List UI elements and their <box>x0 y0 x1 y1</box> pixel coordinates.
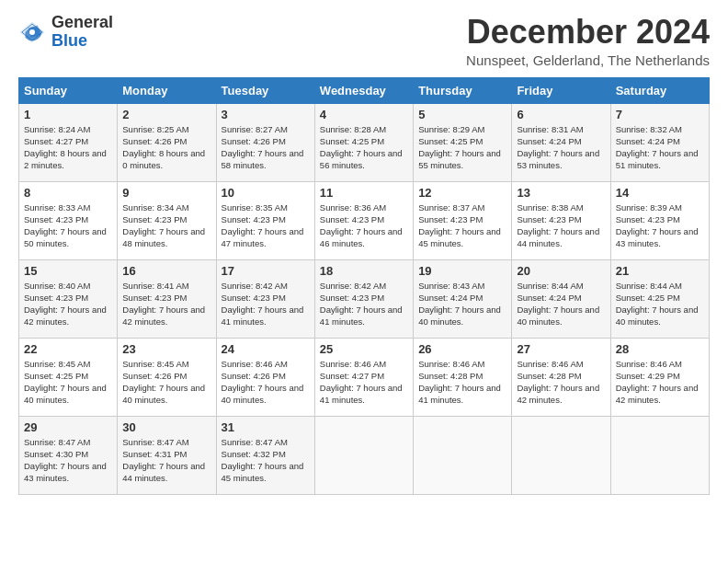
day-detail: Sunrise: 8:29 AMSunset: 4:25 PMDaylight:… <box>418 123 506 172</box>
day-detail: Sunrise: 8:45 AMSunset: 4:26 PMDaylight:… <box>122 358 210 407</box>
calendar-cell: 15 Sunrise: 8:40 AMSunset: 4:23 PMDaylig… <box>19 259 118 338</box>
day-detail: Sunrise: 8:46 AMSunset: 4:29 PMDaylight:… <box>616 358 704 407</box>
calendar-cell: 11 Sunrise: 8:36 AMSunset: 4:23 PMDaylig… <box>314 181 413 259</box>
calendar-cell: 30 Sunrise: 8:47 AMSunset: 4:31 PMDaylig… <box>118 416 216 494</box>
day-number: 31 <box>222 420 310 434</box>
calendar-cell: 10 Sunrise: 8:35 AMSunset: 4:23 PMDaylig… <box>216 181 314 259</box>
calendar-cell: 7 Sunrise: 8:32 AMSunset: 4:24 PMDayligh… <box>610 103 709 181</box>
col-sunday: Sunday <box>19 77 118 103</box>
calendar-cell: 26 Sunrise: 8:46 AMSunset: 4:28 PMDaylig… <box>414 338 512 416</box>
day-detail: Sunrise: 8:32 AMSunset: 4:24 PMDaylight:… <box>616 123 704 172</box>
calendar-week-5: 29 Sunrise: 8:47 AMSunset: 4:30 PMDaylig… <box>19 416 710 494</box>
day-detail: Sunrise: 8:36 AMSunset: 4:23 PMDaylight:… <box>320 201 408 250</box>
logo-blue: Blue <box>51 31 87 50</box>
day-number: 29 <box>24 420 112 434</box>
calendar-cell <box>414 416 512 494</box>
day-number: 25 <box>320 342 408 356</box>
day-number: 7 <box>616 108 704 121</box>
day-number: 30 <box>122 420 210 434</box>
calendar-cell: 28 Sunrise: 8:46 AMSunset: 4:29 PMDaylig… <box>610 338 709 416</box>
day-number: 9 <box>122 186 210 200</box>
day-detail: Sunrise: 8:43 AMSunset: 4:24 PMDaylight:… <box>418 280 506 328</box>
day-detail: Sunrise: 8:33 AMSunset: 4:23 PMDaylight:… <box>24 201 112 250</box>
day-number: 14 <box>616 186 704 200</box>
day-detail: Sunrise: 8:46 AMSunset: 4:27 PMDaylight:… <box>320 358 408 407</box>
col-thursday: Thursday <box>414 77 512 103</box>
day-detail: Sunrise: 8:45 AMSunset: 4:25 PMDaylight:… <box>24 358 112 407</box>
day-number: 6 <box>517 108 605 121</box>
calendar-week-4: 22 Sunrise: 8:45 AMSunset: 4:25 PMDaylig… <box>19 338 710 416</box>
calendar-cell: 19 Sunrise: 8:43 AMSunset: 4:24 PMDaylig… <box>414 259 512 338</box>
calendar-cell: 4 Sunrise: 8:28 AMSunset: 4:25 PMDayligh… <box>314 103 413 181</box>
day-number: 11 <box>320 186 408 200</box>
day-number: 17 <box>222 264 310 278</box>
calendar-cell: 22 Sunrise: 8:45 AMSunset: 4:25 PMDaylig… <box>19 338 118 416</box>
day-detail: Sunrise: 8:40 AMSunset: 4:23 PMDaylight:… <box>24 280 112 328</box>
svg-point-3 <box>29 29 35 35</box>
calendar-cell: 1 Sunrise: 8:24 AMSunset: 4:27 PMDayligh… <box>19 103 118 181</box>
calendar-cell: 17 Sunrise: 8:42 AMSunset: 4:23 PMDaylig… <box>216 259 314 338</box>
day-detail: Sunrise: 8:46 AMSunset: 4:28 PMDaylight:… <box>517 358 605 407</box>
day-detail: Sunrise: 8:27 AMSunset: 4:26 PMDaylight:… <box>222 123 310 172</box>
day-detail: Sunrise: 8:47 AMSunset: 4:32 PMDaylight:… <box>222 436 310 485</box>
logo-icon <box>18 18 46 46</box>
day-detail: Sunrise: 8:35 AMSunset: 4:23 PMDaylight:… <box>222 201 310 250</box>
calendar-cell: 24 Sunrise: 8:46 AMSunset: 4:26 PMDaylig… <box>216 338 314 416</box>
location-subtitle: Nunspeet, Gelderland, The Netherlands <box>466 52 710 68</box>
day-detail: Sunrise: 8:39 AMSunset: 4:23 PMDaylight:… <box>616 201 704 250</box>
day-detail: Sunrise: 8:47 AMSunset: 4:30 PMDaylight:… <box>24 436 112 485</box>
day-detail: Sunrise: 8:42 AMSunset: 4:23 PMDaylight:… <box>222 280 310 328</box>
day-number: 21 <box>616 264 704 278</box>
day-detail: Sunrise: 8:47 AMSunset: 4:31 PMDaylight:… <box>122 436 210 485</box>
day-number: 19 <box>418 264 506 278</box>
day-number: 27 <box>517 342 605 356</box>
day-number: 15 <box>24 264 112 278</box>
calendar-cell: 21 Sunrise: 8:44 AMSunset: 4:25 PMDaylig… <box>610 259 709 338</box>
day-detail: Sunrise: 8:31 AMSunset: 4:24 PMDaylight:… <box>517 123 605 172</box>
calendar-cell: 16 Sunrise: 8:41 AMSunset: 4:23 PMDaylig… <box>118 259 216 338</box>
calendar-week-3: 15 Sunrise: 8:40 AMSunset: 4:23 PMDaylig… <box>19 259 710 338</box>
logo: General Blue <box>18 14 113 51</box>
day-detail: Sunrise: 8:41 AMSunset: 4:23 PMDaylight:… <box>122 280 210 328</box>
calendar-cell <box>610 416 709 494</box>
day-number: 3 <box>222 108 310 121</box>
day-number: 4 <box>320 108 408 121</box>
calendar-cell: 20 Sunrise: 8:44 AMSunset: 4:24 PMDaylig… <box>512 259 610 338</box>
calendar-cell: 25 Sunrise: 8:46 AMSunset: 4:27 PMDaylig… <box>314 338 413 416</box>
day-number: 2 <box>122 108 210 121</box>
calendar-cell: 31 Sunrise: 8:47 AMSunset: 4:32 PMDaylig… <box>216 416 314 494</box>
day-number: 18 <box>320 264 408 278</box>
col-wednesday: Wednesday <box>314 77 413 103</box>
day-detail: Sunrise: 8:44 AMSunset: 4:25 PMDaylight:… <box>616 280 704 328</box>
day-number: 26 <box>418 342 506 356</box>
calendar-cell: 23 Sunrise: 8:45 AMSunset: 4:26 PMDaylig… <box>118 338 216 416</box>
day-detail: Sunrise: 8:28 AMSunset: 4:25 PMDaylight:… <box>320 123 408 172</box>
title-block: December 2024 Nunspeet, Gelderland, The … <box>466 14 710 68</box>
logo-general: General <box>51 13 113 31</box>
day-detail: Sunrise: 8:24 AMSunset: 4:27 PMDaylight:… <box>24 123 112 172</box>
calendar-table: Sunday Monday Tuesday Wednesday Thursday… <box>18 77 710 495</box>
calendar-cell: 3 Sunrise: 8:27 AMSunset: 4:26 PMDayligh… <box>216 103 314 181</box>
calendar-cell <box>512 416 610 494</box>
calendar-header: Sunday Monday Tuesday Wednesday Thursday… <box>19 77 710 103</box>
day-number: 24 <box>222 342 310 356</box>
col-monday: Monday <box>118 77 216 103</box>
calendar-week-2: 8 Sunrise: 8:33 AMSunset: 4:23 PMDayligh… <box>19 181 710 259</box>
col-tuesday: Tuesday <box>216 77 314 103</box>
calendar-cell: 18 Sunrise: 8:42 AMSunset: 4:23 PMDaylig… <box>314 259 413 338</box>
calendar-week-1: 1 Sunrise: 8:24 AMSunset: 4:27 PMDayligh… <box>19 103 710 181</box>
day-detail: Sunrise: 8:37 AMSunset: 4:23 PMDaylight:… <box>418 201 506 250</box>
day-detail: Sunrise: 8:42 AMSunset: 4:23 PMDaylight:… <box>320 280 408 328</box>
day-number: 28 <box>616 342 704 356</box>
day-detail: Sunrise: 8:46 AMSunset: 4:26 PMDaylight:… <box>222 358 310 407</box>
day-detail: Sunrise: 8:46 AMSunset: 4:28 PMDaylight:… <box>418 358 506 407</box>
calendar-cell: 29 Sunrise: 8:47 AMSunset: 4:30 PMDaylig… <box>19 416 118 494</box>
calendar-body: 1 Sunrise: 8:24 AMSunset: 4:27 PMDayligh… <box>19 103 710 494</box>
calendar-cell <box>314 416 413 494</box>
day-number: 8 <box>24 186 112 200</box>
calendar-cell: 8 Sunrise: 8:33 AMSunset: 4:23 PMDayligh… <box>19 181 118 259</box>
day-number: 13 <box>517 186 605 200</box>
day-number: 23 <box>122 342 210 356</box>
calendar-cell: 14 Sunrise: 8:39 AMSunset: 4:23 PMDaylig… <box>610 181 709 259</box>
calendar-cell: 6 Sunrise: 8:31 AMSunset: 4:24 PMDayligh… <box>512 103 610 181</box>
